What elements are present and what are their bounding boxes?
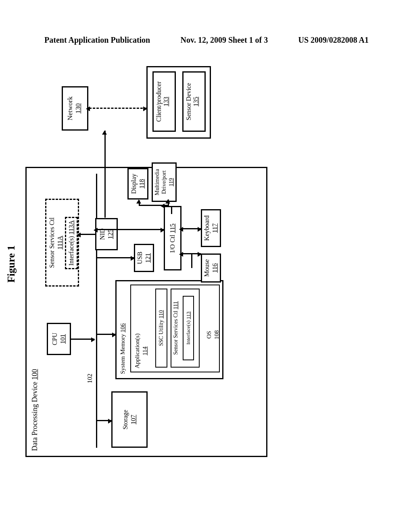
bus-ref: 102 (86, 374, 94, 383)
display-box: Display118 (127, 168, 148, 200)
cpu-box: CPU101 (47, 323, 71, 355)
client-producer-box: Client/producer133 (152, 71, 176, 132)
figure-title: Figure 1 (5, 111, 17, 417)
remote-box: Client/producer133 Sensor Device135 (146, 66, 211, 139)
storage-box: Storage107 (111, 391, 148, 448)
usb-box: USB121 (134, 244, 154, 272)
network-box: Network130 (62, 86, 88, 131)
application-box: Application(s)114 SSC Utility 110 Sensor… (130, 285, 220, 372)
mouse-box: Mouse116 (201, 254, 221, 283)
interfaces-box: Interface(s) 113 (183, 296, 194, 360)
header-center: Nov. 12, 2009 Sheet 1 of 3 (181, 35, 268, 45)
ssc-utility-box: SSC Utility 110 (155, 289, 167, 368)
figure-1: Figure 1 Data Processing Device 100 CPU1… (5, 111, 409, 417)
ioctl-box: I/O Ctl 115 (164, 206, 181, 270)
interface-a-box: Interface(s) 113A (65, 217, 78, 269)
nid-box: NID125 (95, 218, 118, 250)
system-memory-box: System Memory 106 Application(s)114 SSC … (115, 280, 223, 379)
sensor-services-ctl-box: Sensor Services Ctl 111 Interface(s) 113 (171, 289, 200, 368)
header-right: US 2009/0282008 A1 (298, 35, 369, 45)
dps-label: Data Processing Device 100 (31, 369, 39, 451)
keyboard-box: Keyboard117 (201, 209, 221, 247)
header-left: Patent Application Publication (44, 35, 150, 45)
multimedia-drive-box: Multimedia Drive/port119 (152, 162, 177, 202)
data-processing-device-box: Data Processing Device 100 CPU101 Sensor… (25, 167, 267, 457)
sensor-services-ctl-a-box: Sensor Services Ctl 111A Interface(s) 11… (45, 199, 79, 287)
sensor-device-box: Sensor Device135 (182, 71, 206, 132)
os-label: OS108 (205, 330, 221, 340)
